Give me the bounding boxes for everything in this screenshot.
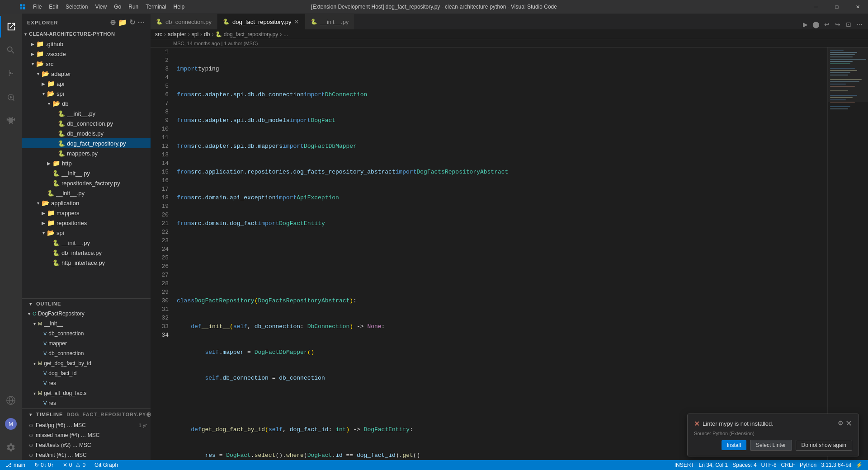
outline-var-res2[interactable]: V res [22, 398, 151, 408]
tree-item-application[interactable]: ▾ 📂 application [22, 198, 151, 208]
activity-extensions[interactable] [0, 110, 22, 132]
status-insert-mode[interactable]: INSERT [673, 460, 696, 470]
tree-item-app-spi[interactable]: ▾ 📂 spi [22, 228, 151, 238]
outline-method-get-all[interactable]: ▾ M get_all_dog_facts [22, 388, 151, 398]
avatar[interactable]: M [5, 418, 17, 430]
status-git-graph[interactable]: Git Graph [93, 460, 120, 470]
menu-run[interactable]: Run [125, 0, 142, 14]
outline-class-dogfactrepository[interactable]: ▾ C DogFactRepository [22, 309, 151, 319]
tree-item-spi-init[interactable]: 🐍 __init__.py [22, 168, 151, 178]
breadcrumb-file[interactable]: 🐍 dog_fact_repository.py [215, 31, 278, 38]
tree-item-adapter[interactable]: ▾ 📂 adapter [22, 69, 151, 79]
status-errors[interactable]: ✕ 0 ⚠ 0 [61, 460, 87, 470]
activity-accounts[interactable]: M [0, 413, 22, 435]
outline-var-mapper[interactable]: V mapper [22, 338, 151, 348]
activity-run-debug[interactable] [0, 86, 22, 108]
tree-item-spi[interactable]: ▾ 📂 spi [22, 89, 151, 99]
tree-item-vscode[interactable]: ▶ 📁 .vscode [22, 49, 151, 59]
tab-close-icon[interactable]: ✕ [294, 18, 299, 25]
outline-var-res[interactable]: V res [22, 378, 151, 388]
toast-close-button[interactable]: ✕ [845, 419, 852, 428]
activity-search[interactable] [0, 39, 22, 61]
redo-icon[interactable]: ↪ [833, 19, 843, 29]
menu-view[interactable]: View [91, 0, 110, 14]
tree-item-adapter-init[interactable]: 🐍 __init__.py [22, 188, 151, 198]
split-editor-icon[interactable]: ⊡ [844, 19, 854, 29]
code-content[interactable]: import typing from src.adapter.spi.db.db… [173, 47, 827, 460]
code-editor[interactable]: 1 2 3 4 5 6 7 8 9 10 11 12 13 14 15 16 1… [151, 47, 868, 460]
new-file-icon[interactable]: ⊕ [110, 18, 116, 27]
tree-item-api[interactable]: ▶ 📁 api [22, 79, 151, 89]
close-button[interactable]: ✕ [847, 0, 868, 14]
breadcrumb-more[interactable]: ... [283, 31, 288, 38]
undo-icon[interactable]: ↩ [822, 19, 832, 29]
activity-settings[interactable] [0, 437, 22, 458]
tree-item-db-models[interactable]: 🐍 db_models.py [22, 128, 151, 138]
activity-source-control[interactable] [0, 63, 22, 85]
status-eol[interactable]: CRLF [779, 460, 797, 470]
toast-install-button[interactable]: Install [722, 440, 746, 450]
status-encoding[interactable]: UTF-8 [760, 460, 778, 470]
menu-selection[interactable]: Selection [62, 0, 91, 14]
status-python-version[interactable]: 3.11.3 64-bit [819, 460, 853, 470]
breadcrumb-db[interactable]: db [204, 31, 210, 38]
tree-item-github[interactable]: ▶ 📁 .github [22, 39, 151, 49]
activity-explorer[interactable] [0, 16, 22, 38]
status-spaces[interactable]: Spaces: 4 [731, 460, 758, 470]
menu-help[interactable]: Help [170, 0, 189, 14]
tree-item-dog-fact-repository[interactable]: 🐍 dog_fact_repository.py [22, 138, 151, 148]
menu-terminal[interactable]: Terminal [142, 0, 170, 14]
tree-item-app-mappers[interactable]: ▶ 📁 mappers [22, 208, 151, 218]
menu-go[interactable]: Go [110, 0, 125, 14]
status-branch[interactable]: ⎇ main [4, 460, 27, 470]
status-language[interactable]: Python [798, 460, 818, 470]
status-cursor[interactable]: Ln 34, Col 1 [697, 460, 730, 470]
tree-root[interactable]: ▾ CLEAN-ARCHITECTURE-PYTHON [22, 29, 151, 39]
breadcrumb-src[interactable]: src [155, 31, 162, 38]
timeline-item-3[interactable]: ⊙ Feat/init (#1) … MSC [22, 450, 151, 460]
toast-gear-button[interactable]: ⚙ [838, 419, 844, 427]
tree-item-app-repositories[interactable]: ▶ 📁 repositories [22, 218, 151, 228]
refresh-icon[interactable]: ↻ [129, 18, 136, 27]
timeline-item-1[interactable]: ⊙ missed name (#4) … MSC [22, 430, 151, 440]
breadcrumb-spi[interactable]: spi [192, 31, 198, 38]
menu-edit[interactable]: Edit [45, 0, 62, 14]
tree-item-src[interactable]: ▾ 📂 src [22, 59, 151, 69]
tree-item-db[interactable]: ▾ 📂 db [22, 99, 151, 108]
minimize-button[interactable]: ─ [806, 0, 826, 14]
more-icon[interactable]: ⋯ [854, 19, 864, 29]
tab-dog-fact-repository[interactable]: 🐍 dog_fact_repository.py ✕ [217, 14, 306, 29]
outline-header[interactable]: ▾ OUTLINE [22, 299, 151, 309]
debug-icon[interactable]: ⬤ [811, 19, 821, 29]
tab-db-connection[interactable]: 🐍 db_connection.py [151, 14, 217, 29]
outline-method-get-dog-fact[interactable]: ▾ M get_dog_fact_by_id [22, 358, 151, 368]
tree-item-db-interface[interactable]: 🐍 db_interface.py [22, 248, 151, 258]
tree-item-http[interactable]: ▶ 📁 http [22, 158, 151, 168]
timeline-item-0[interactable]: ⊙ Feat/pg (#6) … MSC 1 yr [22, 420, 151, 430]
timeline-filter-icon[interactable]: ⊕ [146, 411, 151, 418]
restore-button[interactable]: □ [826, 0, 847, 14]
timeline-header[interactable]: ▾ TIMELINE dog_fact_repository.py ⊕ [22, 409, 151, 420]
tree-item-repositories-factory[interactable]: 🐍 repositories_factory.py [22, 178, 151, 188]
activity-remote[interactable] [0, 390, 22, 411]
toast-do-not-show-button[interactable]: Do not show again [796, 440, 852, 451]
outline-var-dog-fact-id[interactable]: V dog_fact_id [22, 368, 151, 378]
status-remote[interactable]: ⚡ [854, 460, 864, 470]
tab-init[interactable]: 🐍 __init__.py [305, 14, 354, 29]
menu-file[interactable]: File [29, 0, 45, 14]
run-icon[interactable]: ▶ [800, 19, 810, 29]
outline-method-init[interactable]: ▾ M __init__ [22, 319, 151, 329]
tree-item-app-spi-init[interactable]: 🐍 __init__.py [22, 238, 151, 248]
status-sync[interactable]: ↻ 0↓ 0↑ [33, 460, 56, 470]
tree-item-db-connection[interactable]: 🐍 db_connection.py [22, 118, 151, 128]
toast-select-linter-button[interactable]: Select Linter [750, 440, 792, 451]
breadcrumb-adapter[interactable]: adapter [168, 31, 186, 38]
collapse-all-icon[interactable]: ⋯ [137, 18, 145, 27]
outline-var-db-connection2[interactable]: V db_connection [22, 348, 151, 358]
outline-var-db-connection[interactable]: V db_connection [22, 329, 151, 338]
new-folder-icon[interactable]: 📁 [118, 18, 127, 27]
timeline-item-2[interactable]: ⊙ Feat/tests (#2) … MSC [22, 440, 151, 450]
tree-item-db-init[interactable]: 🐍 __init__.py [22, 108, 151, 118]
tree-item-http-interface[interactable]: 🐍 http_interface.py [22, 258, 151, 268]
tree-item-mappers[interactable]: 🐍 mappers.py [22, 148, 151, 158]
